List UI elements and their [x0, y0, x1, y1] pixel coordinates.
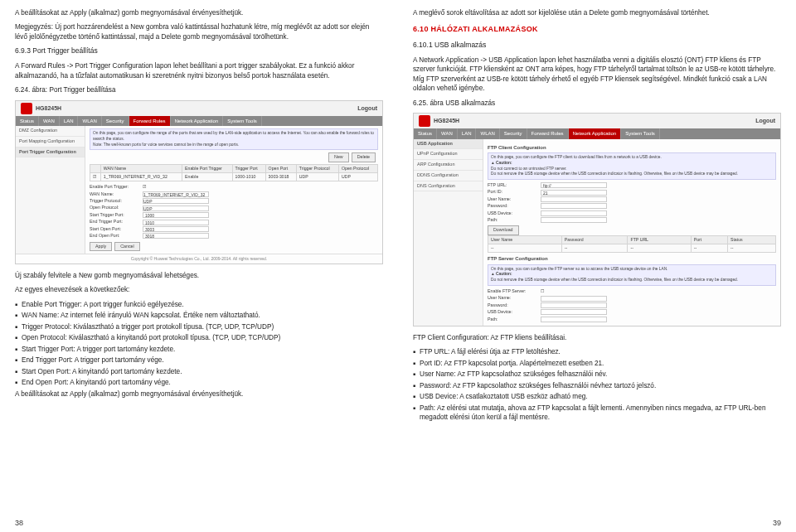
cancel-button[interactable]: Cancel [114, 242, 140, 251]
tab-status[interactable]: Status [414, 128, 437, 138]
tab-wlan[interactable]: WLAN [476, 128, 499, 138]
port-id-input[interactable]: 21 [541, 190, 607, 196]
sidebar-item-arp[interactable]: ARP Configuration [414, 160, 483, 171]
tab-status[interactable]: Status [16, 116, 39, 126]
tab-system-tools[interactable]: System Tools [223, 116, 262, 126]
bullet-list: Enable Port Trigger: A port trigger funk… [15, 300, 383, 388]
router-sidebar: USB Application UPnP Configuration ARP C… [414, 139, 483, 326]
delete-button[interactable]: Delete [352, 152, 376, 162]
paragraph: FTP Client Configuration: Az FTP kliens … [413, 333, 781, 342]
tab-wan[interactable]: WAN [437, 128, 458, 138]
wan-name-select[interactable]: 1_TR069_INTERNET_R_VID_32 [143, 191, 209, 197]
hint-text: On this page, you can configure the rang… [90, 128, 378, 150]
username-input[interactable] [541, 196, 607, 202]
router-tabs: Status WAN LAN WLAN Security Forward Rul… [414, 128, 780, 138]
sidebar-item-port-mapping[interactable]: Port Mapping Configuration [16, 137, 85, 148]
copyright-text: Copyright © Huawei Technologies Co., Ltd… [16, 254, 382, 264]
port-trigger-table: WAN NameEnable Port TriggerTrigger PortO… [90, 164, 378, 182]
sidebar-item-port-trigger[interactable]: Port Trigger Configuration [16, 148, 85, 158]
huawei-logo-icon [21, 103, 32, 114]
end-open-port-input[interactable]: 3018 [143, 233, 209, 239]
paragraph: Új szabály felvitele a New gomb megnyomá… [15, 271, 383, 280]
router-sidebar: DMZ Configuration Port Mapping Configura… [16, 126, 85, 254]
tab-network-application[interactable]: Network Application [171, 116, 224, 126]
figure-caption: 6.24. ábra: Port Trigger beállítása [15, 85, 383, 94]
bullet-list: FTP URL: A fájl elérési útja az FTP letö… [413, 347, 781, 422]
left-page: A beállításokat az Apply (alkalmaz) gomb… [0, 0, 398, 532]
start-trigger-port-input[interactable]: 1000 [143, 212, 209, 218]
ftp-client-heading: FTP Client Configuration [488, 144, 776, 151]
paragraph: Az egyes elnevezések a következőek: [15, 285, 383, 294]
open-protocol-select[interactable]: UDP [143, 206, 209, 211]
download-button[interactable]: Download [488, 225, 519, 235]
enable-checkbox[interactable]: ☑ [143, 184, 146, 190]
figure-caption: 6.25. ábra USB alkalmazás [413, 99, 781, 108]
ftp-server-heading: FTP Server Configuration [488, 255, 776, 262]
sidebar-item-upnp[interactable]: UPnP Configuration [414, 149, 483, 160]
paragraph: A meglévő sorok eltávolítása az adott so… [413, 8, 781, 17]
tab-network-application[interactable]: Network Application [569, 128, 622, 138]
paragraph: Megjegyzés: Új port hozzárendelést a New… [15, 22, 383, 41]
end-trigger-port-input[interactable]: 1010 [143, 220, 209, 225]
huawei-logo-icon [419, 115, 430, 127]
router-screenshot-port-trigger: HG8245H Logout Status WAN LAN WLAN Secur… [15, 100, 383, 264]
sidebar-item-usb[interactable]: USB Application [414, 139, 483, 150]
path-input[interactable] [541, 217, 607, 223]
table-row[interactable]: ☑1_TR069_INTERNET_R_VID_32Enable1000-101… [90, 172, 378, 181]
tab-wan[interactable]: WAN [39, 116, 60, 126]
tab-security[interactable]: Security [500, 128, 527, 138]
ftp-url-input[interactable]: ftp:// [541, 182, 607, 188]
table-row: ---------- [488, 244, 776, 253]
tab-wlan[interactable]: WLAN [78, 116, 101, 126]
tab-lan[interactable]: LAN [60, 116, 79, 126]
tab-lan[interactable]: LAN [458, 128, 477, 138]
logout-link[interactable]: Logout [755, 117, 775, 125]
hint-text: On this page, you can configure the FTP … [488, 152, 776, 180]
trigger-protocol-select[interactable]: UDP [143, 198, 209, 204]
server-username-input[interactable] [541, 296, 607, 302]
right-page: A meglévő sorok eltávolítása az adott so… [398, 0, 796, 532]
password-input[interactable] [541, 203, 607, 209]
sidebar-item-ddns[interactable]: DDNS Configuration [414, 171, 483, 181]
server-usb-device-select[interactable] [541, 309, 607, 315]
server-path-input[interactable] [541, 317, 607, 322]
paragraph: A Network Application -> USB Application… [413, 56, 781, 94]
router-title: HG8245H [36, 105, 61, 111]
page-number: 38 [15, 518, 23, 529]
subheading-6-9-3: 6.9.3 Port Trigger beállítás [15, 46, 383, 56]
usb-device-select[interactable] [541, 210, 607, 216]
tab-forward-rules[interactable]: Forward Rules [129, 116, 171, 126]
section-heading-6-10: 6.10 HÁLÓZATI ALKALMAZÁSOK [413, 24, 781, 35]
subheading-6-10-1: 6.10.1 USB alkalmazás [413, 41, 781, 51]
sidebar-item-dns[interactable]: DNS Configuration [414, 181, 483, 192]
logout-link[interactable]: Logout [357, 104, 377, 113]
new-button[interactable]: New [328, 152, 349, 162]
ftp-status-table: User NamePasswordFTP URLPortStatus -----… [488, 235, 776, 254]
apply-button[interactable]: Apply [90, 242, 112, 251]
router-title: HG8245H [434, 118, 459, 123]
tab-system-tools[interactable]: System Tools [621, 128, 660, 138]
router-screenshot-usb: HG8245H Logout Status WAN LAN WLAN Secur… [413, 113, 781, 326]
tab-forward-rules[interactable]: Forward Rules [527, 128, 569, 138]
sidebar-item-dmz[interactable]: DMZ Configuration [16, 126, 85, 137]
enable-ftp-server-checkbox[interactable]: ☐ [541, 288, 544, 294]
page-number: 39 [773, 518, 781, 529]
server-password-input[interactable] [541, 302, 607, 308]
tab-security[interactable]: Security [102, 116, 129, 126]
hint-text: On this page, you can configure the FTP … [488, 264, 776, 286]
start-open-port-input[interactable]: 3003 [143, 226, 209, 232]
router-tabs: Status WAN LAN WLAN Security Forward Rul… [16, 116, 382, 126]
paragraph: A Forward Rules -> Port Trigger Configur… [15, 61, 383, 80]
paragraph: A beállításokat az Apply (alkalmaz) gomb… [15, 8, 383, 17]
paragraph: A beállításokat az Apply (alkalmaz) gomb… [15, 389, 383, 399]
